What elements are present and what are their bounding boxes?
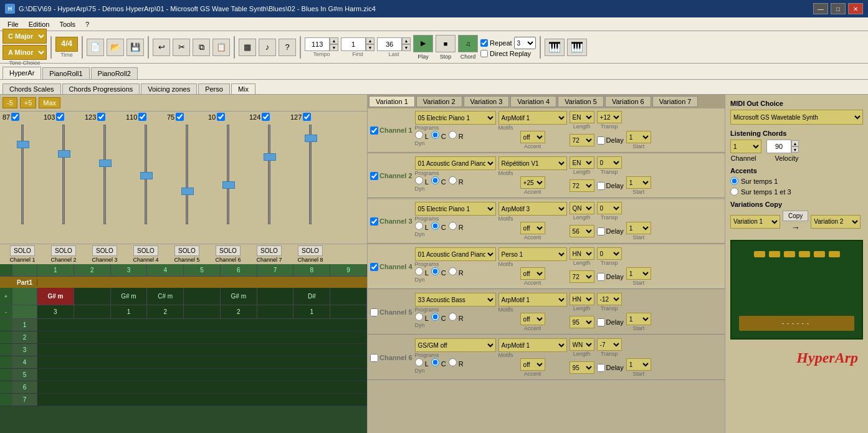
subtab-voicing[interactable]: Voicing zones <box>141 83 197 94</box>
ch3-motif-select[interactable]: ArpMotif 3 <box>498 202 567 216</box>
ch1-accent-select[interactable]: off <box>520 131 545 143</box>
fader-handle-7[interactable] <box>264 153 276 161</box>
ch2-program-select[interactable]: 01 Acoustic Grand Piano <box>415 156 496 170</box>
ch2-enable-check[interactable] <box>370 172 378 180</box>
ch6-accent-select[interactable]: off <box>520 358 545 371</box>
ch6-transp-select[interactable]: -7 <box>597 338 622 351</box>
vel-up[interactable]: ▲ <box>791 140 799 146</box>
piano-btn1[interactable]: 🎹 <box>545 39 565 56</box>
ch3-dyn-select[interactable]: 56 <box>570 225 594 237</box>
ch3-program-select[interactable]: 05 Electric Piano 1 <box>415 202 496 216</box>
first-up[interactable]: ▲ <box>366 37 374 44</box>
var-tab-7[interactable]: Variation 7 <box>652 96 699 107</box>
piano-btn2[interactable]: 🎹 <box>567 39 587 56</box>
fader-handle-3[interactable] <box>99 159 112 167</box>
ch5-radio-c[interactable] <box>431 313 439 321</box>
ch3-accent-select[interactable]: off <box>520 222 545 234</box>
ch1-dyn-select[interactable]: 72 <box>570 134 594 146</box>
copy-button[interactable]: ⧉ <box>193 39 210 56</box>
ch3-delay-check[interactable] <box>597 227 605 236</box>
last-down[interactable]: ▼ <box>402 44 411 51</box>
undo-button[interactable]: ↩ <box>153 39 170 56</box>
menu-file[interactable]: File <box>2 19 24 29</box>
solo-btn-2[interactable]: SOLO <box>51 245 76 256</box>
ch5-motif-select[interactable]: ArpMotif 1 <box>498 293 567 307</box>
ch5-program-select[interactable]: 33 Acoustic Bass <box>415 293 496 307</box>
chord-cell-0[interactable]: G# m <box>37 288 74 305</box>
ch2-accent-select[interactable]: +25 <box>520 176 545 189</box>
ch6-radio-r[interactable] <box>449 358 457 366</box>
ch3-radio-r[interactable] <box>449 222 457 230</box>
subtab-perso[interactable]: Perso <box>198 83 230 94</box>
ch4-dyn-select[interactable]: 72 <box>570 270 594 283</box>
solo-btn-4[interactable]: SOLO <box>133 245 158 256</box>
ch4-accent-select[interactable]: off <box>520 267 545 280</box>
chord-cell-1[interactable] <box>74 288 111 305</box>
var-tab-1[interactable]: Variation 1 <box>369 96 415 107</box>
ch1-start-select[interactable]: 1 <box>626 131 651 143</box>
ch2-delay-check[interactable] <box>597 182 605 190</box>
solo-btn-1[interactable]: SOLO <box>10 245 35 256</box>
fader-handle-1[interactable] <box>17 141 29 148</box>
listening-channel-select[interactable]: 1 <box>730 140 761 153</box>
midi-device-select[interactable]: Microsoft GS Wavetable Synth <box>730 110 863 125</box>
help-button[interactable]: ? <box>279 39 296 56</box>
ch5-start-select[interactable]: 1 <box>626 313 651 325</box>
ch6-start-select[interactable]: 1 <box>626 358 651 371</box>
last-up[interactable]: ▲ <box>402 37 411 44</box>
accent-opt2-radio[interactable] <box>730 188 738 196</box>
ch2-transp-select[interactable]: 0 <box>597 156 622 169</box>
ch5-enable-check[interactable] <box>370 308 378 316</box>
note-button[interactable]: ♪ <box>259 39 276 56</box>
ch4-start-select[interactable]: 1 <box>626 267 651 280</box>
ch2-start-select[interactable]: 1 <box>626 176 651 189</box>
ch3-transp-select[interactable]: 0 <box>597 202 622 214</box>
ch4-en-select[interactable]: HN <box>570 247 594 260</box>
ch6-check[interactable] <box>217 113 225 121</box>
ch5-en-select[interactable]: HN <box>570 293 594 305</box>
minimize-button[interactable]: — <box>813 3 828 14</box>
subtab-chords-scales[interactable]: Chords Scales <box>2 83 61 94</box>
window-controls[interactable]: — □ ✕ <box>813 3 863 14</box>
ch1-enable-check[interactable] <box>370 126 378 135</box>
ch1-en-select[interactable]: EN <box>570 111 594 123</box>
chord-cell-5[interactable]: G# m <box>221 288 257 305</box>
tempo-spinners[interactable]: ▲ ▼ <box>330 37 338 51</box>
ch2-radio-c[interactable] <box>431 176 439 184</box>
ch5-accent-select[interactable]: off <box>520 313 545 325</box>
key-minor-select[interactable]: A Minor <box>2 45 47 60</box>
ch6-enable-check[interactable] <box>370 354 378 362</box>
chord-button[interactable]: ♫ <box>458 35 478 52</box>
ch6-radio-c[interactable] <box>431 358 439 366</box>
ch2-en-select[interactable]: EN <box>570 156 594 169</box>
chord-cell-2[interactable]: G# m <box>111 288 148 305</box>
ch2-radio-r[interactable] <box>449 176 457 184</box>
ch5-transp-select[interactable]: -12 <box>597 293 622 305</box>
solo-btn-5[interactable]: SOLO <box>174 245 199 256</box>
ch1-transp-select[interactable]: +12 <box>597 111 622 123</box>
ch3-enable-check[interactable] <box>370 217 378 226</box>
var-tab-2[interactable]: Variation 2 <box>416 96 462 107</box>
fader-handle-5[interactable] <box>181 188 194 195</box>
first-input[interactable] <box>341 37 366 51</box>
ch3-check[interactable] <box>97 113 105 121</box>
ch3-en-select[interactable]: QN <box>570 202 594 214</box>
ch1-radio-r[interactable] <box>449 131 457 139</box>
ch1-radio-c[interactable] <box>431 131 439 139</box>
ch4-program-select[interactable]: 01 Acoustic Grand Piano <box>415 247 496 261</box>
chord-cell-8[interactable] <box>330 288 367 305</box>
subtab-chords-prog[interactable]: Chords Progressions <box>62 83 140 94</box>
ch6-en-select[interactable]: WN <box>570 338 594 351</box>
grid-button[interactable]: ▦ <box>239 39 256 56</box>
tempo-input[interactable] <box>305 37 330 51</box>
first-down[interactable]: ▼ <box>366 44 374 51</box>
menu-tools[interactable]: Tools <box>54 19 80 29</box>
ch4-radio-l[interactable] <box>415 267 423 275</box>
var-tab-3[interactable]: Variation 3 <box>464 96 510 107</box>
var-tab-6[interactable]: Variation 6 <box>605 96 651 107</box>
menu-edition[interactable]: Edition <box>24 19 55 29</box>
ch1-check[interactable] <box>11 113 19 121</box>
ch2-motif-select[interactable]: Répétition V1 <box>498 156 567 170</box>
last-input[interactable] <box>377 37 402 51</box>
vel-down[interactable]: ▼ <box>791 146 799 153</box>
